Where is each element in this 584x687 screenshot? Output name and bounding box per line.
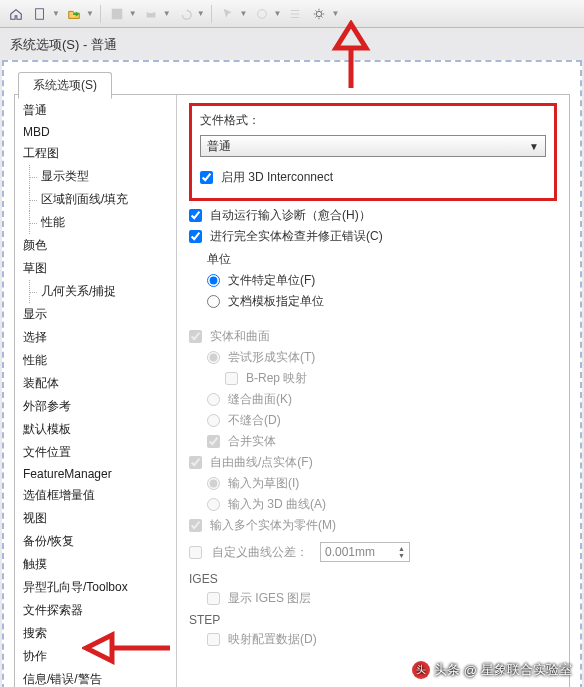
tree-item[interactable]: 性能 — [15, 211, 176, 234]
tree-item[interactable]: FeatureManager — [15, 464, 176, 484]
auto-diagnose-checkbox[interactable]: 自动运行输入诊断（愈合(H)） — [189, 207, 557, 224]
tree-item[interactable]: 信息/错误/警告 — [15, 668, 176, 687]
svg-rect-0 — [36, 8, 44, 19]
undo-icon[interactable] — [175, 4, 195, 24]
tree-item[interactable]: 文件位置 — [15, 441, 176, 464]
solid-check-checkbox[interactable]: 进行完全实体检查并修正错误(C) — [189, 228, 557, 245]
svg-rect-3 — [148, 9, 153, 13]
tree-item[interactable]: 选择 — [15, 326, 176, 349]
as-sketch-radio: 输入为草图(I) — [207, 475, 557, 492]
step-group-label: STEP — [189, 613, 557, 627]
dropdown-chevron-icon[interactable]: ▼ — [86, 9, 94, 18]
tree-item[interactable]: 区域剖面线/填充 — [15, 188, 176, 211]
units-doc-radio[interactable]: 文档模板指定单位 — [207, 293, 557, 310]
new-icon[interactable] — [30, 4, 50, 24]
open-icon[interactable] — [64, 4, 84, 24]
svg-point-4 — [257, 9, 266, 18]
tree-item[interactable]: 默认模板 — [15, 418, 176, 441]
tree-item[interactable]: 显示 — [15, 303, 176, 326]
iges-layer-checkbox: 显示 IGES 图层 — [207, 590, 557, 607]
tree-item[interactable]: 草图 — [15, 257, 176, 280]
tree-item[interactable]: 触摸 — [15, 553, 176, 576]
multi-body-checkbox: 输入多个实体为零件(M) — [189, 517, 557, 534]
annotation-arrow-import — [82, 630, 172, 666]
iges-group-label: IGES — [189, 572, 557, 586]
gear-icon[interactable] — [309, 4, 329, 24]
file-format-label: 文件格式： — [200, 112, 546, 129]
options-tree: 普通MBD工程图显示类型区域剖面线/填充性能颜色草图几何关系/捕捉显示选择性能装… — [15, 95, 177, 687]
as-3dcurve-radio: 输入为 3D 曲线(A) — [207, 496, 557, 513]
options-content: 文件格式： 普通 ▼ 启用 3D Interconnect 自动运行输入诊断（愈… — [177, 95, 569, 687]
dropdown-chevron-icon[interactable]: ▼ — [240, 9, 248, 18]
tree-item[interactable]: 选值框增量值 — [15, 484, 176, 507]
file-format-value: 普通 — [207, 138, 231, 155]
chevron-down-icon: ▼ — [529, 141, 539, 152]
tab-system-options[interactable]: 系统选项(S) — [18, 72, 112, 99]
rebuild-icon[interactable] — [252, 4, 272, 24]
tree-item[interactable]: MBD — [15, 122, 176, 142]
svg-point-5 — [317, 11, 322, 16]
custom-tolerance-row: 自定义曲线公差： 0.001mm ▲▼ — [189, 542, 410, 562]
dropdown-chevron-icon[interactable]: ▼ — [197, 9, 205, 18]
tree-item[interactable]: 文件探索器 — [15, 599, 176, 622]
watermark: 头 头条 @ 星象联合实验室 — [412, 661, 572, 679]
home-icon[interactable] — [6, 4, 26, 24]
select-icon[interactable] — [218, 4, 238, 24]
tree-item[interactable]: 异型孔向导/Toolbox — [15, 576, 176, 599]
svg-rect-1 — [112, 8, 123, 19]
try-solid-radio: 尝试形成实体(T) — [207, 349, 557, 366]
dropdown-chevron-icon[interactable]: ▼ — [129, 9, 137, 18]
solids-surfaces-checkbox: 实体和曲面 — [189, 328, 557, 345]
custom-tolerance-input: 0.001mm ▲▼ — [320, 542, 410, 562]
print-icon[interactable] — [141, 4, 161, 24]
app-toolbar: ▼ ▼ ▼ ▼ ▼ ▼ ▼ ▼ — [0, 0, 584, 28]
tree-item[interactable]: 普通 — [15, 99, 176, 122]
window-title: 系统选项(S) - 普通 — [0, 28, 584, 58]
save-icon[interactable] — [107, 4, 127, 24]
tree-item[interactable]: 性能 — [15, 349, 176, 372]
units-label: 单位 — [207, 251, 557, 268]
free-curve-checkbox: 自由曲线/点实体(F) — [189, 454, 557, 471]
dialog-panel: 系统选项(S) 普通MBD工程图显示类型区域剖面线/填充性能颜色草图几何关系/捕… — [2, 60, 582, 687]
list-icon[interactable] — [285, 4, 305, 24]
merge-checkbox: 合并实体 — [207, 433, 557, 450]
tree-item[interactable]: 显示类型 — [15, 165, 176, 188]
tree-item[interactable]: 几何关系/捕捉 — [15, 280, 176, 303]
tree-item[interactable]: 外部参考 — [15, 395, 176, 418]
annotation-arrow-gear — [328, 20, 374, 90]
no-stitch-radio: 不缝合(D) — [207, 412, 557, 429]
highlight-box: 文件格式： 普通 ▼ 启用 3D Interconnect — [189, 103, 557, 201]
dropdown-chevron-icon[interactable]: ▼ — [52, 9, 60, 18]
tree-item[interactable]: 装配体 — [15, 372, 176, 395]
stitch-radio: 缝合曲面(K) — [207, 391, 557, 408]
tree-item[interactable]: 视图 — [15, 507, 176, 530]
watermark-icon: 头 — [412, 661, 430, 679]
file-format-dropdown[interactable]: 普通 ▼ — [200, 135, 546, 157]
tree-item[interactable]: 工程图 — [15, 142, 176, 165]
dropdown-chevron-icon[interactable]: ▼ — [331, 9, 339, 18]
enable-3d-interconnect-checkbox[interactable]: 启用 3D Interconnect — [200, 169, 546, 186]
dropdown-chevron-icon[interactable]: ▼ — [274, 9, 282, 18]
brep-checkbox: B-Rep 映射 — [225, 370, 557, 387]
tree-item[interactable]: 备份/恢复 — [15, 530, 176, 553]
dropdown-chevron-icon[interactable]: ▼ — [163, 9, 171, 18]
spinner-icon: ▲▼ — [398, 545, 405, 559]
step-map-checkbox: 映射配置数据(D) — [207, 631, 557, 648]
tree-item[interactable]: 颜色 — [15, 234, 176, 257]
units-file-radio[interactable]: 文件特定单位(F) — [207, 272, 557, 289]
